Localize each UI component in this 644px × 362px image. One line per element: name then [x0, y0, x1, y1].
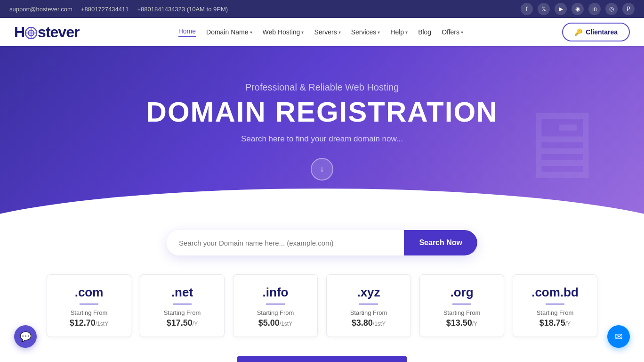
topbar-social: f 𝕏 ▶ ◉ in ◎ P — [521, 3, 635, 15]
starting-from-label: Starting From — [522, 309, 588, 316]
divider — [80, 304, 98, 304]
domain-ext-combd: .com.bd — [522, 285, 588, 300]
chat-icon: 💬 — [20, 331, 32, 342]
divider — [173, 304, 192, 304]
starting-from-label: Starting From — [149, 309, 216, 316]
starting-from-label: Starting From — [335, 309, 402, 316]
topbar-phone1: +8801727434411 — [81, 6, 129, 13]
period-org: /Y — [472, 321, 477, 327]
period-xyz: /1stY — [373, 321, 386, 327]
servers-caret: ▾ — [338, 30, 341, 35]
domain-cards-list: .com Starting From $12.70/1stY .net Star… — [0, 255, 644, 346]
domain-card-net[interactable]: .net Starting From $17.50/Y — [140, 274, 225, 337]
offers-caret: ▾ — [461, 30, 463, 35]
domain-name-caret: ▾ — [250, 30, 252, 35]
live-chat-button[interactable]: 💬 — [14, 325, 37, 348]
price-combd: $18.75/Y — [522, 318, 588, 328]
hero-section: 🖥 Professional & Reliable Web Hosting DO… — [0, 46, 644, 244]
starting-from-label: Starting From — [428, 309, 495, 316]
topbar-phone2: +8801841434323 (10AM to 9PM) — [137, 6, 228, 13]
linkedin-icon[interactable]: in — [588, 3, 601, 15]
messenger-icon: ✉ — [615, 331, 623, 342]
clientarea-button[interactable]: 🔑 Clientarea — [562, 23, 630, 41]
navbar: H stever Home Domain Name ▾ Web Hosting … — [0, 18, 644, 46]
domain-ext-info: .info — [242, 285, 309, 300]
key-icon: 🔑 — [574, 28, 582, 36]
domain-card-info[interactable]: .info Starting From $5.00/1stY — [233, 274, 318, 337]
topbar-email: support@hostever.com — [9, 6, 72, 13]
services-caret: ▾ — [378, 30, 380, 35]
facebook-icon[interactable]: f — [521, 3, 533, 15]
nav-services[interactable]: Services ▾ — [351, 28, 380, 36]
domain-card-xyz[interactable]: .xyz Starting From $3.80/1stY — [326, 274, 411, 337]
twitter-icon[interactable]: 𝕏 — [538, 3, 550, 15]
domain-card-com[interactable]: .com Starting From $12.70/1stY — [47, 274, 131, 337]
nav-help[interactable]: Help ▾ — [390, 28, 408, 36]
search-input[interactable] — [167, 230, 404, 255]
domain-list-pricing-button[interactable]: Click here for Domain list & pricing — [237, 356, 408, 362]
price-org: $13.50/Y — [428, 318, 495, 328]
divider — [359, 304, 378, 304]
youtube-icon[interactable]: ▶ — [555, 3, 567, 15]
divider — [546, 304, 564, 304]
logo[interactable]: H stever — [14, 24, 79, 41]
nav-domain-name[interactable]: Domain Name ▾ — [206, 28, 252, 36]
nav-blog[interactable]: Blog — [418, 28, 431, 36]
nav-home[interactable]: Home — [178, 27, 196, 37]
domain-card-combd[interactable]: .com.bd Starting From $18.75/Y — [513, 274, 597, 337]
price-info: $5.00/1stY — [242, 318, 309, 328]
messenger-button[interactable]: ✉ — [607, 325, 630, 348]
search-now-button[interactable]: Search Now — [404, 230, 477, 255]
pinterest-icon[interactable]: P — [622, 3, 635, 15]
domain-ext-com: .com — [56, 285, 122, 300]
period-info: /1stY — [280, 321, 292, 327]
instagram-icon[interactable]: ◉ — [572, 3, 584, 15]
nav-offers[interactable]: Offers ▾ — [442, 28, 463, 36]
price-xyz: $3.80/1stY — [335, 318, 402, 328]
cta-section: Click here for Domain list & pricing — [0, 346, 644, 362]
starting-from-label: Starting From — [56, 309, 122, 316]
nav-servers[interactable]: Servers ▾ — [314, 28, 340, 36]
domain-card-org[interactable]: .org Starting From $13.50/Y — [419, 274, 504, 337]
main-content: Search Now .com Starting From $12.70/1st… — [0, 230, 644, 362]
topbar-contact: support@hostever.com +8801727434411 +880… — [9, 6, 228, 13]
period-com: /1stY — [96, 321, 108, 327]
logo-text: H stever — [14, 24, 79, 41]
domain-ext-net: .net — [149, 285, 216, 300]
nav-web-hosting[interactable]: Web Hosting ▾ — [263, 28, 304, 36]
divider — [266, 304, 285, 304]
help-caret: ▾ — [405, 30, 408, 35]
hero-bg-decoration — [322, 46, 644, 244]
domain-search-bar: Search Now — [167, 230, 477, 255]
domain-ext-org: .org — [428, 285, 495, 300]
domain-ext-xyz: .xyz — [335, 285, 402, 300]
rss-icon[interactable]: ◎ — [605, 3, 618, 15]
period-net: /Y — [193, 321, 198, 327]
search-section: Search Now — [0, 230, 644, 255]
price-com: $12.70/1stY — [56, 318, 122, 328]
divider — [452, 304, 471, 304]
starting-from-label: Starting From — [242, 309, 309, 316]
price-net: $17.50/Y — [149, 318, 216, 328]
period-combd: /Y — [565, 321, 571, 327]
topbar: support@hostever.com +8801727434411 +880… — [0, 0, 644, 18]
nav-links: Home Domain Name ▾ Web Hosting ▾ Servers… — [178, 27, 463, 37]
web-hosting-caret: ▾ — [301, 30, 304, 35]
